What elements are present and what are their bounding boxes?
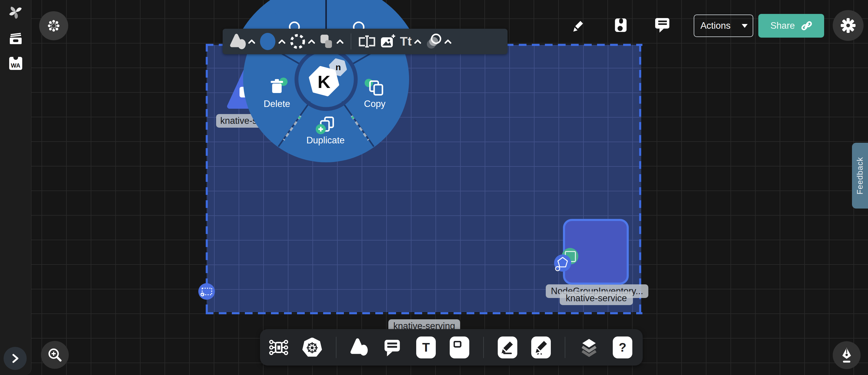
caret-down-icon [742,24,748,28]
link-icon [801,21,812,31]
radial-item-copy[interactable]: Copy [364,99,385,109]
hub-sub-letter: n [336,62,341,72]
toolbar-divider [336,337,337,358]
tool-help-button[interactable]: ? [613,337,632,359]
chevron-up-icon [414,39,421,44]
wa-item[interactable]: WA [9,57,22,70]
comment-icon [383,338,402,357]
shape-style-button[interactable] [230,33,255,49]
layers-icon [579,338,599,357]
chevron-up-icon [444,39,452,44]
opacity-icon [425,33,442,49]
tool-text-button[interactable]: T [416,337,436,359]
overlap-squares-icon [319,34,334,49]
pen-tool-button[interactable] [833,341,861,369]
selection-border-left [206,44,208,314]
selection-edge-handle[interactable] [198,283,215,300]
fill-color-button[interactable] [259,32,285,50]
chevron-up-icon [248,39,255,44]
tool-layers-button[interactable] [579,338,599,357]
archive-box-icon [9,32,23,45]
settings-button[interactable] [833,10,864,41]
label-icon [450,337,469,359]
comments-button[interactable] [655,17,671,34]
pencil-icon [571,18,584,33]
dashed-ring-icon [290,33,306,49]
kubernetes-icon [302,338,322,357]
pen-icon [498,337,517,359]
tool-pen-button[interactable] [498,337,517,359]
radial-item-duplicate[interactable]: Duplicate [306,135,344,146]
comment-icon [655,17,671,33]
selection-border-right [639,44,641,314]
actions-split-button: Actions [694,14,753,37]
marquee-icon [200,286,213,297]
save-button[interactable] [614,18,627,33]
burst-icon [47,19,60,32]
format-toolbar: Tt [223,29,507,54]
shapes-icon [350,338,369,357]
tool-label-button[interactable] [450,337,469,359]
text-icon: T [416,337,436,359]
chevron-up-icon [308,39,315,44]
left-sidebar: WA [0,0,31,375]
tool-shapes-button[interactable] [350,338,369,357]
radial-item-delete[interactable]: Delete [264,99,290,109]
toolbar-divider [565,337,565,358]
add-image-button[interactable] [380,34,396,49]
selection-border-bottom [206,312,642,314]
chevron-up-icon [337,39,344,44]
pencil-icon [531,337,551,359]
edit-button[interactable] [571,18,584,33]
chevron-right-icon [9,351,21,366]
expand-sidebar-button[interactable] [4,347,27,370]
gear-icon [841,18,856,33]
archive-button[interactable] [9,32,23,46]
hub-letter: K [317,72,330,92]
rename-button[interactable] [359,35,376,48]
tool-comment-button[interactable] [383,338,402,357]
toolbar-divider [351,33,351,49]
add-image-icon [380,34,396,49]
tool-pencil-button[interactable] [531,337,551,359]
opacity-button[interactable] [425,33,452,49]
tool-diagram-nodes-button[interactable] [269,338,288,357]
arrangement-button[interactable] [319,34,344,49]
node-label-front[interactable]: knative-service [560,292,633,305]
zoom-in-icon [46,347,63,363]
actions-dropdown-button[interactable] [737,15,753,36]
text-style-glyph: Tt [400,34,412,48]
shapes-icon [230,33,246,49]
pen-nib-icon [840,347,854,363]
chevron-up-icon [278,39,285,44]
tools-toolbar: T [260,329,643,366]
actions-button[interactable]: Actions [694,15,737,36]
text-style-button[interactable]: Tt [400,34,421,48]
pinwheel-logo-icon [9,5,23,19]
share-button[interactable]: Share [758,14,824,38]
border-style-button[interactable] [290,33,315,49]
tool-kubernetes-button[interactable] [302,338,322,357]
toolbar-divider [483,337,484,358]
node-badge-icons [549,243,584,277]
diagram-canvas[interactable]: knative-s... NodeGroupInventory... knati… [0,0,868,375]
save-icon [614,18,627,33]
app-logo-button[interactable] [9,5,23,20]
diagram-nodes-icon [269,338,288,357]
fill-color-swatch [259,32,276,50]
rename-field-icon [359,35,376,48]
component-burst-button[interactable] [39,11,68,40]
help-icon: ? [613,337,632,359]
wasm-badge-icon: WA [9,57,22,70]
feedback-tab[interactable]: Feedback [852,143,868,208]
zoom-in-button[interactable] [41,341,69,369]
